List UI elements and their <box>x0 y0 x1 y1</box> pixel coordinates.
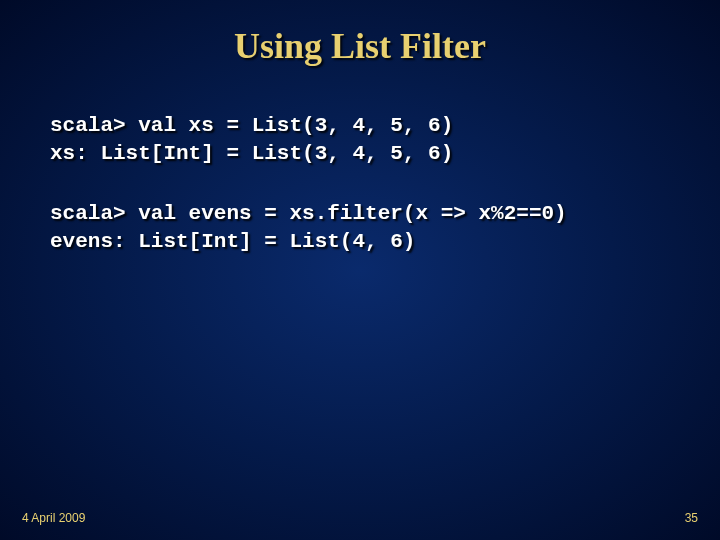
code-line: scala> val xs = List(3, 4, 5, 6) <box>50 114 453 137</box>
code-block-2: scala> val evens = xs.filter(x => x%2==0… <box>50 200 567 257</box>
code-line: xs: List[Int] = List(3, 4, 5, 6) <box>50 142 453 165</box>
slide-number: 35 <box>685 511 698 525</box>
code-block-1: scala> val xs = List(3, 4, 5, 6) xs: Lis… <box>50 112 453 169</box>
code-line: scala> val evens = xs.filter(x => x%2==0… <box>50 202 567 225</box>
slide-container: Using List Filter scala> val xs = List(3… <box>0 0 720 540</box>
footer-date: 4 April 2009 <box>22 511 85 525</box>
slide-title: Using List Filter <box>0 25 720 67</box>
code-line: evens: List[Int] = List(4, 6) <box>50 230 415 253</box>
